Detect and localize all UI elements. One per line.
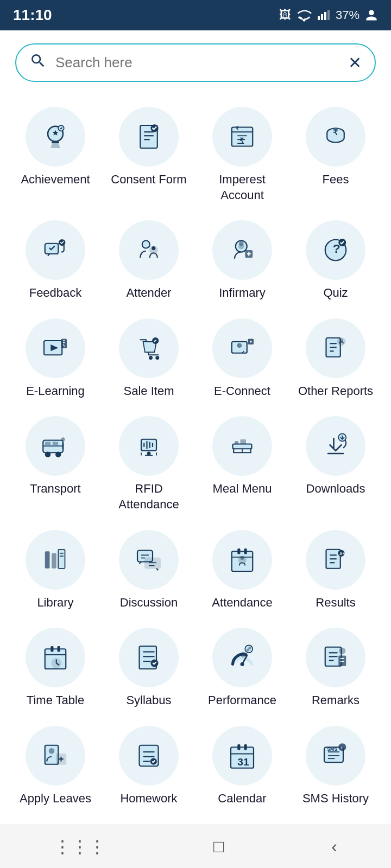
search-container: ✕ (0, 30, 391, 91)
grid-item-elearning[interactable]: E-Learning (11, 313, 100, 405)
quiz-label: Quiz (323, 285, 348, 301)
status-icons: 🖼 37% (279, 8, 378, 23)
nav-recent-button[interactable]: ⋮⋮⋮ (54, 837, 106, 857)
performance-icon (212, 628, 272, 687)
grid-item-consent-form[interactable]: Consent Form (104, 101, 193, 208)
fees-label: Fees (323, 172, 349, 188)
time-table-label: Time Table (27, 693, 84, 709)
svg-point-105 (241, 662, 244, 666)
infirmary-label: Infirmary (219, 285, 266, 301)
achievement-label: Achievement (21, 172, 90, 188)
grid-item-quiz[interactable]: ? Quiz (291, 215, 380, 307)
svg-rect-4 (327, 10, 330, 20)
grid-item-feedback[interactable]: Feedback (11, 215, 100, 307)
fees-icon: ₹ (306, 107, 365, 167)
battery-text: 37% (336, 8, 360, 22)
quiz-icon: ? (306, 220, 365, 280)
svg-rect-2 (321, 14, 323, 20)
discussion-label: Discussion (120, 595, 178, 611)
grid-item-econnect[interactable]: E-Connect (198, 313, 287, 405)
svg-rect-95 (58, 646, 60, 652)
apply-leaves-icon (26, 726, 85, 786)
status-time: 11:10 (13, 7, 52, 24)
grid-item-time-table[interactable]: Time Table (11, 622, 100, 714)
grid-item-infirmary[interactable]: Infirmary (198, 215, 287, 307)
grid-item-apply-leaves[interactable]: Apply Leaves (11, 720, 100, 812)
svg-text:₹: ₹ (236, 126, 239, 131)
consent-form-icon (119, 107, 179, 167)
svg-text:₹: ₹ (333, 128, 338, 137)
econnect-icon (212, 318, 272, 378)
grid-item-syllabus[interactable]: Syllabus (104, 622, 193, 714)
grid-item-fees[interactable]: ₹ Fees (291, 101, 380, 208)
attender-icon (119, 220, 179, 280)
svg-point-25 (152, 246, 155, 250)
svg-point-61 (147, 452, 151, 456)
imperest-account-label: Imperest Account (200, 172, 285, 203)
svg-point-23 (142, 241, 150, 248)
grid-item-results[interactable]: A+ Results (291, 525, 380, 616)
consent-form-label: Consent Form (111, 172, 186, 188)
search-clear-button[interactable]: ✕ (348, 53, 362, 72)
grid-item-homework[interactable]: Homework (104, 720, 193, 812)
svg-point-119 (49, 748, 55, 754)
grid-item-transport[interactable]: Transport (11, 411, 100, 518)
grid-item-performance[interactable]: Performance (198, 622, 287, 714)
app-grid: Achievement Consent Form ₹ ₹ Imperest Ac… (0, 91, 391, 822)
grid-item-imperest-account[interactable]: ₹ ₹ Imperest Account (198, 101, 287, 208)
svg-text:A+: A+ (339, 551, 345, 556)
svg-rect-70 (52, 553, 56, 568)
svg-point-55 (61, 438, 65, 442)
svg-text:SMS: SMS (327, 746, 337, 752)
attendance-label: Attendance (212, 595, 272, 611)
grid-item-other-reports[interactable]: Other Reports (291, 313, 380, 405)
grid-item-meal-menu[interactable]: Meal Menu (198, 411, 287, 518)
grid-item-attendance[interactable]: Attendance (198, 525, 287, 616)
elearning-label: E-Learning (26, 384, 85, 399)
search-input[interactable] (55, 54, 339, 71)
homework-label: Homework (120, 791, 177, 807)
svg-rect-51 (53, 442, 59, 445)
remarks-label: Remarks (312, 693, 360, 709)
achievement-icon (26, 107, 85, 167)
svg-rect-71 (58, 549, 65, 568)
attendance-icon (212, 530, 272, 590)
svg-point-39 (237, 343, 242, 348)
elearning-icon (26, 318, 85, 378)
grid-item-remarks[interactable]: Remarks (291, 622, 380, 714)
svg-point-52 (45, 452, 51, 458)
transport-label: Transport (30, 481, 80, 497)
grid-item-sms-history[interactable]: SMS + SMS History (291, 720, 380, 812)
grid-item-calendar[interactable]: 31 Calendar (198, 720, 287, 812)
calendar-label: Calendar (218, 791, 266, 807)
svg-point-0 (303, 19, 306, 22)
svg-point-117 (339, 648, 345, 654)
search-icon (29, 52, 47, 73)
sms-history-label: SMS History (302, 791, 369, 807)
nav-back-button[interactable]: ‹ (331, 837, 337, 857)
svg-rect-94 (51, 646, 53, 652)
discussion-icon (119, 530, 179, 590)
bottom-nav: ⋮⋮⋮ □ ‹ (0, 825, 391, 868)
svg-rect-1 (318, 16, 320, 20)
wifi-icon (297, 8, 312, 23)
nav-home-button[interactable]: □ (213, 837, 224, 857)
grid-item-discussion[interactable]: Discussion (104, 525, 193, 616)
performance-label: Performance (208, 693, 276, 709)
svg-rect-83 (244, 548, 247, 554)
signal-icon (317, 9, 330, 22)
grid-item-sale-item[interactable]: Sale Item (104, 313, 193, 405)
svg-rect-131 (244, 744, 247, 750)
grid-item-library[interactable]: Library (11, 525, 100, 616)
imperest-account-icon: ₹ ₹ (212, 107, 272, 167)
svg-point-36 (155, 356, 159, 360)
svg-point-109 (248, 647, 251, 649)
grid-item-rfid-attendance[interactable]: RFID Attendance (104, 411, 193, 518)
svg-rect-66 (241, 439, 247, 444)
grid-item-attender[interactable]: Attender (104, 215, 193, 307)
svg-rect-34 (61, 339, 67, 348)
other-reports-label: Other Reports (298, 384, 373, 399)
grid-item-downloads[interactable]: Downloads (291, 411, 380, 518)
grid-item-achievement[interactable]: Achievement (11, 101, 100, 208)
svg-point-41 (250, 341, 252, 343)
